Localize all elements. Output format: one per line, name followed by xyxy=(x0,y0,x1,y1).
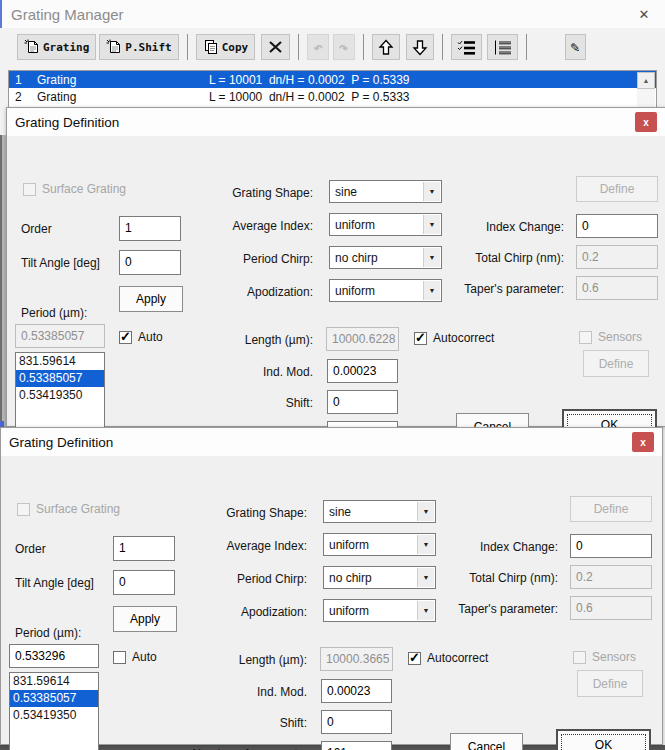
average-index-select[interactable]: uniform▼ xyxy=(323,533,436,556)
tilt-angle-input[interactable]: 0 xyxy=(119,250,181,275)
autocorrect-checkbox[interactable]: ✓ Autocorrect xyxy=(414,331,494,345)
period-list[interactable]: 831.59614 0.53385057 0.53419350 xyxy=(15,352,105,438)
period-chirp-select[interactable]: no chirp▼ xyxy=(323,566,436,589)
auto-checkbox[interactable]: ✓ Auto xyxy=(119,330,163,344)
order-input[interactable]: 1 xyxy=(113,536,175,561)
period-field[interactable]: 0.533296 xyxy=(9,644,99,668)
auto-checkbox-box: ✓ xyxy=(113,651,126,664)
delete-button[interactable] xyxy=(261,34,290,60)
grating-shape-select[interactable]: sine▼ xyxy=(329,180,442,203)
shift-label: Shift: xyxy=(187,396,313,410)
new-document-icon xyxy=(106,39,122,55)
scroll-up-button[interactable]: ▲ xyxy=(637,72,655,89)
toolbar-separator xyxy=(442,34,443,60)
window-title: Grating Manager xyxy=(11,6,124,23)
length-field: 10000.3665 xyxy=(320,647,393,671)
new-pshift-button[interactable]: P.Shift xyxy=(99,34,178,60)
order-input[interactable]: 1 xyxy=(119,216,181,241)
dialog-titlebar: Grating Definition xyxy=(7,108,665,136)
detail-list-button[interactable] xyxy=(451,34,482,60)
apply-button[interactable]: Apply xyxy=(119,286,183,312)
chevron-down-icon[interactable]: ▼ xyxy=(423,182,440,201)
move-down-button[interactable] xyxy=(406,34,434,60)
close-icon: x xyxy=(643,117,649,128)
grating-list-row[interactable]: 2 Grating L = 10000 dn/H = 0.0002 P = 0.… xyxy=(9,88,656,105)
period-chirp-label: Period Chirp: xyxy=(187,252,313,266)
average-index-label: Average Index: xyxy=(187,219,313,233)
period-list-item[interactable]: 0.53419350 xyxy=(10,707,98,724)
ok-button[interactable]: OK xyxy=(556,729,651,750)
ind-mod-input[interactable]: 0.00023 xyxy=(327,359,398,383)
edit-button[interactable]: ✎ xyxy=(565,34,586,60)
period-label: Period (µm): xyxy=(21,306,87,320)
define-button: Define xyxy=(576,176,658,202)
dialog-close-button[interactable]: x xyxy=(635,112,657,132)
list-scrollbar[interactable]: ▲ xyxy=(637,72,655,107)
period-list-item[interactable]: 0.53419350 xyxy=(16,387,104,404)
checked-list-icon xyxy=(457,40,476,55)
total-chirp-label: Total Chirp (nm): xyxy=(427,251,564,265)
shift-input[interactable]: 0 xyxy=(321,710,392,734)
length-field: 10000.6228 xyxy=(326,327,399,351)
index-change-input[interactable]: 0 xyxy=(576,214,658,238)
index-change-input[interactable]: 0 xyxy=(570,534,652,558)
define-sensors-button: Define xyxy=(577,670,643,697)
index-change-label: Index Change: xyxy=(421,540,558,554)
shift-input[interactable]: 0 xyxy=(327,390,398,414)
autocorrect-checkbox-box: ✓ xyxy=(408,652,421,665)
period-list-item[interactable]: 0.53385057 xyxy=(16,370,104,387)
apodization-select[interactable]: uniform▼ xyxy=(323,599,436,622)
tapers-parameter-label: Taper's parameter: xyxy=(427,282,564,296)
row-number: 2 xyxy=(9,90,37,104)
auto-label: Auto xyxy=(138,330,163,344)
auto-checkbox-box: ✓ xyxy=(119,331,132,344)
period-label: Period (µm): xyxy=(15,626,81,640)
dialog-body: ✓ Surface Grating Order 1 Tilt Angle [de… xyxy=(7,136,665,426)
segments-input[interactable]: 101 xyxy=(321,741,392,750)
chevron-down-icon[interactable]: ▼ xyxy=(417,502,434,521)
arrow-up-icon xyxy=(378,39,394,56)
move-up-button[interactable] xyxy=(372,34,400,60)
length-label: Length (µm): xyxy=(181,653,307,667)
autocorrect-checkbox[interactable]: ✓ Autocorrect xyxy=(408,651,488,665)
close-icon: x xyxy=(640,437,646,448)
plain-list-button[interactable] xyxy=(487,34,518,60)
sensors-label: Sensors xyxy=(598,330,642,344)
tilt-angle-label: Tilt Angle [deg] xyxy=(15,576,94,590)
tapers-parameter-field: 0.6 xyxy=(576,276,658,300)
sensors-checkbox: ✓ Sensors xyxy=(573,650,636,664)
period-list-item[interactable]: 831.59614 xyxy=(16,353,104,370)
dialog-close-button[interactable]: x xyxy=(632,432,654,452)
grating-list-row[interactable]: 1 Grating L = 10001 dn/H = 0.0002 P = 0.… xyxy=(9,71,656,88)
arrow-down-icon xyxy=(412,39,428,56)
toolbar-separator xyxy=(526,34,527,60)
period-list-item[interactable]: 831.59614 xyxy=(10,673,98,690)
period-chirp-select[interactable]: no chirp▼ xyxy=(329,246,442,269)
apply-button[interactable]: Apply xyxy=(113,606,177,632)
apodization-select[interactable]: uniform▼ xyxy=(329,279,442,302)
average-index-select[interactable]: uniform▼ xyxy=(329,213,442,236)
grating-shape-select[interactable]: sine▼ xyxy=(323,500,436,523)
surface-grating-checkbox-box: ✓ xyxy=(23,183,36,196)
grating-list: 1 Grating L = 10001 dn/H = 0.0002 P = 0.… xyxy=(8,70,657,108)
tapers-parameter-field: 0.6 xyxy=(570,596,652,620)
copy-button[interactable]: Copy xyxy=(196,34,256,60)
ind-mod-input[interactable]: 0.00023 xyxy=(321,679,392,703)
window-close-button[interactable]: ✕ xyxy=(633,4,655,24)
sensors-checkbox-box: ✓ xyxy=(579,331,592,344)
period-field[interactable]: 0.53385057 xyxy=(15,324,105,348)
auto-checkbox[interactable]: ✓ Auto xyxy=(113,650,157,664)
pencil-icon: ✎ xyxy=(571,38,580,56)
delete-x-icon xyxy=(267,39,284,55)
new-grating-button[interactable]: Grating xyxy=(17,34,96,60)
dialog-body: ✓ Surface Grating Order 1 Tilt Angle [de… xyxy=(1,456,662,744)
period-list-item[interactable]: 0.53385057 xyxy=(10,690,98,707)
surface-grating-checkbox: ✓ Surface Grating xyxy=(17,502,120,516)
tilt-angle-input[interactable]: 0 xyxy=(113,570,175,595)
grating-definition-dialog-2: Grating Definition x ✓ Surface Grating O… xyxy=(0,427,663,745)
undo-button: ↶ xyxy=(307,34,329,60)
tapers-parameter-label: Taper's parameter: xyxy=(421,602,558,616)
period-list[interactable]: 831.59614 0.53385057 0.53419350 xyxy=(9,672,99,750)
cancel-button[interactable]: Cancel xyxy=(450,733,523,750)
grating-shape-label: Grating Shape: xyxy=(181,506,307,520)
